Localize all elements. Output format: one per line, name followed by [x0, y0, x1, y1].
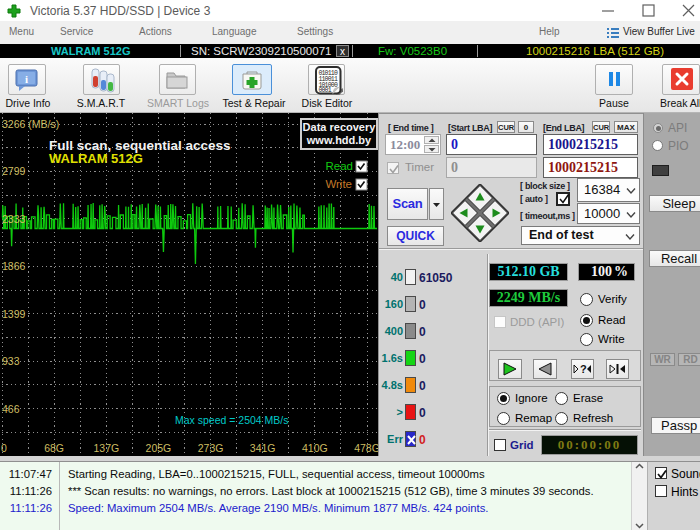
svg-text:137G: 137G — [93, 442, 119, 454]
svg-text:0: 0 — [1, 442, 7, 454]
svg-text:205G: 205G — [146, 442, 172, 454]
svg-text:933: 933 — [2, 355, 20, 367]
svg-text:www.hdd.by: www.hdd.by — [306, 134, 372, 146]
svg-text:3266 (MB/s): 3266 (MB/s) — [2, 118, 59, 130]
svg-text:410G: 410G — [302, 442, 328, 454]
svg-text:2333: 2333 — [2, 213, 26, 225]
svg-text:WALRAM 512G: WALRAM 512G — [49, 151, 143, 166]
svg-text:466: 466 — [2, 403, 20, 415]
svg-text:Max speed = 2504 MB/s: Max speed = 2504 MB/s — [175, 414, 289, 426]
svg-text:Read: Read — [326, 160, 354, 172]
svg-text:1399: 1399 — [2, 308, 26, 320]
svg-text:Write: Write — [325, 178, 352, 190]
svg-text:341G: 341G — [250, 442, 276, 454]
svg-text:2799: 2799 — [2, 165, 26, 177]
svg-text:i: i — [25, 73, 28, 85]
svg-text:1866: 1866 — [2, 260, 26, 272]
svg-text:Data recovery: Data recovery — [303, 121, 377, 133]
svg-text:0001: 0001 — [318, 87, 331, 94]
svg-text:?: ? — [580, 363, 587, 375]
svg-text:68G: 68G — [44, 442, 64, 454]
svg-text:478G: 478G — [354, 442, 378, 454]
svg-text:273G: 273G — [198, 442, 224, 454]
